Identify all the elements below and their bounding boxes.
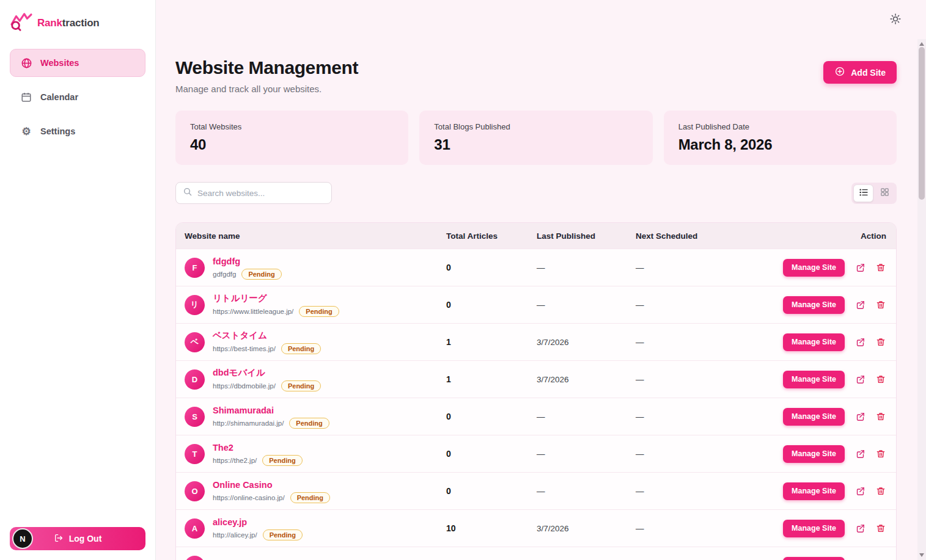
main-area: Website Management Manage and track all … [156,0,926,560]
website-name-link[interactable]: dbdモバイル [213,368,265,377]
next-scheduled-cell: — [636,412,734,421]
website-url: https://www.littleleague.jp/ [213,308,293,315]
last-published-cell: 3/7/2026 [537,524,636,533]
manage-site-button[interactable]: Manage Site [783,296,845,314]
list-view-button[interactable] [853,184,873,202]
action-cell: Manage Site [734,371,896,388]
trash-icon[interactable] [875,485,886,496]
brand-name-primary: Rank [37,17,62,29]
website-name-link[interactable]: Shimamuradai [213,405,274,415]
action-cell: Manage Site [734,445,896,463]
trash-icon[interactable] [875,299,886,310]
last-published-cell: — [537,449,636,459]
trash-icon[interactable] [875,448,886,459]
manage-site-button[interactable]: Manage Site [783,333,845,351]
scrollbar-thumb[interactable] [919,47,925,200]
stat-card-total-blogs: Total Blogs Published 31 [419,111,652,165]
sidebar-nav: Websites Calendar ⚙ Settings [0,49,155,145]
trash-icon[interactable] [875,411,886,422]
external-link-icon[interactable] [854,523,865,534]
globe-icon [20,57,32,69]
external-link-icon[interactable] [854,448,865,459]
stat-value: 31 [434,136,638,153]
table-row: F fdgdfg gdfgdfg Pending 0 — — Manage Si… [176,249,896,286]
action-cell: Manage Site [734,259,896,277]
total-articles-cell: 10 [446,523,537,533]
external-link-icon[interactable] [854,299,865,310]
website-avatar: T [185,444,205,464]
user-avatar[interactable]: N [12,528,33,549]
page-header: Website Management Manage and track all … [175,57,897,94]
manage-site-button[interactable]: Manage Site [783,482,845,500]
website-cell: D dbdモバイル https://dbdmobile.jp/ Pending [176,367,446,391]
page-content: Website Management Manage and track all … [156,57,926,560]
manage-site-button[interactable]: Manage Site [783,408,845,426]
vertical-scrollbar[interactable] [917,39,926,560]
website-avatar: D [185,369,205,390]
column-header-action: Action [734,231,896,241]
stat-label: Total Blogs Published [434,122,638,131]
sidebar-item-settings[interactable]: ⚙ Settings [10,117,145,145]
website-avatar: リ [185,295,205,315]
manage-site-button[interactable]: Manage Site [783,557,845,560]
table-body: F fdgdfg gdfgdfg Pending 0 — — Manage Si… [176,249,896,560]
page-title: Website Management [175,57,358,78]
table-row: A alicey.jp http://alicey.jp/ Pending 10… [176,509,896,547]
total-articles-cell: 0 [446,300,537,310]
website-name-link[interactable]: リトルリーグ [213,293,267,303]
topbar [156,0,926,39]
website-name-link[interactable]: alicey.jp [213,517,247,527]
list-icon [859,187,869,199]
column-header-last-published: Last Published [537,231,636,241]
website-name-link[interactable]: fdgdfg [213,256,240,266]
external-link-icon[interactable] [854,411,865,422]
action-cell: Manage Site [734,333,896,351]
stat-label: Last Published Date [678,122,882,131]
sidebar-item-websites[interactable]: Websites [10,49,145,77]
website-name-link[interactable]: The2 [213,443,233,453]
search-input[interactable] [197,189,325,198]
theme-toggle-button[interactable] [887,11,904,28]
external-link-icon[interactable] [854,374,865,385]
status-badge: Pending [290,492,330,503]
manage-site-button[interactable]: Manage Site [783,445,845,463]
website-subline: http://shimamuradai.jp/ Pending [213,418,329,429]
trash-icon[interactable] [875,374,886,385]
manage-site-button[interactable]: Manage Site [783,371,845,388]
website-avatar: F [185,258,205,278]
table-header-row: Website name Total Articles Last Publish… [176,223,896,249]
status-badge: Pending [281,343,321,354]
avatar-initial: O [191,487,197,496]
stat-label: Total Websites [190,122,394,131]
scrollbar-down-arrow[interactable] [919,553,924,557]
trash-icon[interactable] [875,523,886,534]
table-row: T The2 https://the2.jp/ Pending 0 — — Ma… [176,435,896,472]
avatar-initial: S [192,412,197,421]
website-name-link[interactable]: Online Casino [213,480,273,490]
last-published-cell: — [537,412,636,421]
manage-site-button[interactable]: Manage Site [783,520,845,537]
sidebar: Ranktraction Websites Calendar [0,0,156,560]
trash-icon[interactable] [875,262,886,273]
sidebar-item-label: Calendar [40,92,78,102]
add-site-button[interactable]: Add Site [823,61,897,84]
grid-view-button[interactable] [875,184,895,202]
external-link-icon[interactable] [854,485,865,496]
website-name-link[interactable]: ベストタイム [213,330,267,340]
action-cell: Manage Site [734,557,896,560]
website-avatar: S [185,407,205,427]
view-toggle [851,183,897,204]
website-avatar: O [185,481,205,501]
website-name-stack: dbdモバイル https://dbdmobile.jp/ Pending [213,367,321,391]
brand-logo: Ranktraction [0,0,155,40]
trash-icon[interactable] [875,336,886,347]
status-badge: Pending [263,529,303,540]
scrollbar-up-arrow[interactable] [919,42,924,46]
avatar-initial: ベ [191,336,199,347]
manage-site-button[interactable]: Manage Site [783,259,845,277]
external-link-icon[interactable] [854,336,865,347]
last-published-cell: 3/7/2026 [537,338,636,347]
external-link-icon[interactable] [854,262,865,273]
status-badge: Pending [262,455,302,466]
sidebar-item-calendar[interactable]: Calendar [10,83,145,111]
